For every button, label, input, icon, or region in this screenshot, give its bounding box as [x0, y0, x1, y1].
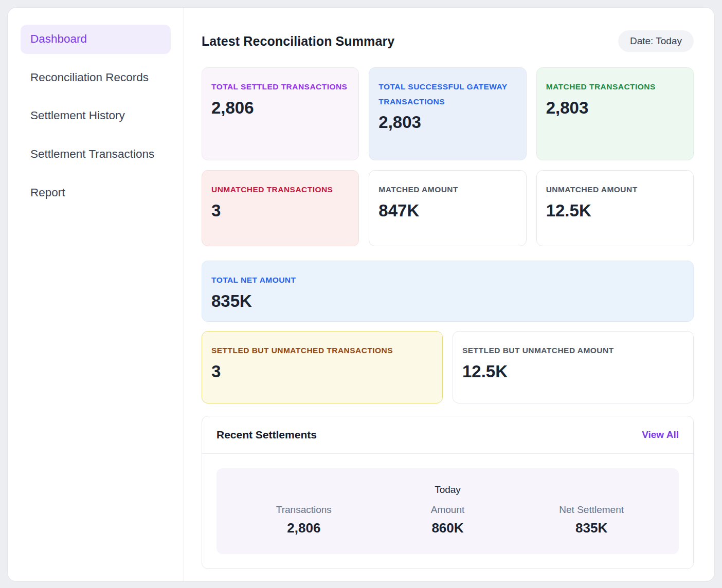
stat-card-matched-amount: MATCHED AMOUNT 847K: [369, 170, 526, 246]
settlement-col-label: Net Settlement: [519, 504, 663, 516]
stat-value: 835K: [211, 292, 684, 310]
settlement-col-value: 2,806: [232, 520, 376, 536]
stat-label: TOTAL SUCCESSFUL GATEWAY TRANSACTIONS: [378, 80, 516, 109]
settlement-col-label: Transactions: [232, 504, 376, 516]
settlement-col-value: 835K: [519, 520, 663, 536]
app-card: Dashboard Reconciliation Records Settlem…: [7, 7, 715, 582]
stat-label: UNMATCHED AMOUNT: [546, 182, 684, 197]
stat-value: 2,803: [546, 99, 684, 117]
settlement-col-value: 860K: [376, 520, 520, 536]
stat-card-total-successful-gateway-transactions: TOTAL SUCCESSFUL GATEWAY TRANSACTIONS 2,…: [369, 67, 526, 160]
stat-card-total-settled-transactions: TOTAL SETTLED TRANSACTIONS 2,806: [202, 67, 359, 160]
sidebar-item-settlement-history[interactable]: Settlement History: [21, 101, 171, 131]
settlement-summary-card: Today Transactions 2,806 Amount 860K: [216, 468, 679, 554]
stat-label: UNMATCHED TRANSACTIONS: [211, 182, 349, 197]
stat-label: MATCHED AMOUNT: [378, 182, 516, 197]
stats-row-2: UNMATCHED TRANSACTIONS 3 MATCHED AMOUNT …: [202, 170, 694, 246]
stat-value: 12.5K: [462, 362, 684, 381]
settlement-col-amount: Amount 860K: [376, 504, 520, 536]
stat-value: 3: [211, 362, 433, 381]
main-header: Latest Reconciliation Summary Date: Toda…: [202, 30, 694, 52]
stat-card-unmatched-amount: UNMATCHED AMOUNT 12.5K: [536, 170, 694, 246]
date-filter-badge[interactable]: Date: Today: [618, 30, 694, 52]
dashboard-page: Dashboard Reconciliation Records Settlem…: [0, 0, 722, 588]
stat-value: 3: [211, 201, 349, 220]
sidebar: Dashboard Reconciliation Records Settlem…: [8, 8, 184, 581]
page-title: Latest Reconciliation Summary: [202, 34, 394, 49]
sidebar-item-reconciliation-records[interactable]: Reconciliation Records: [21, 63, 171, 93]
settlement-col-net-settlement: Net Settlement 835K: [519, 504, 663, 536]
settlement-col-label: Amount: [376, 504, 520, 516]
stat-label: MATCHED TRANSACTIONS: [546, 80, 684, 95]
recent-settlements-section: Recent Settlements View All Today Transa…: [202, 416, 694, 569]
recent-settlements-title: Recent Settlements: [216, 429, 317, 441]
stat-card-settled-but-unmatched-transactions: SETTLED BUT UNMATCHED TRANSACTIONS 3: [202, 331, 443, 403]
stat-card-settled-but-unmatched-amount: SETTLED BUT UNMATCHED AMOUNT 12.5K: [453, 331, 694, 403]
recent-settlements-header: Recent Settlements View All: [202, 416, 693, 454]
stats-row-1: TOTAL SETTLED TRANSACTIONS 2,806 TOTAL S…: [202, 67, 694, 160]
sidebar-item-dashboard[interactable]: Dashboard: [21, 25, 171, 54]
stats-row-4: SETTLED BUT UNMATCHED TRANSACTIONS 3 SET…: [202, 331, 694, 403]
stat-value: 2,803: [378, 113, 516, 132]
stat-card-matched-transactions: MATCHED TRANSACTIONS 2,803: [536, 67, 694, 160]
sidebar-item-report[interactable]: Report: [21, 178, 171, 208]
stat-value: 2,806: [211, 99, 349, 117]
stat-card-total-net-amount: TOTAL NET AMOUNT 835K: [202, 261, 694, 322]
main-content: Latest Reconciliation Summary Date: Toda…: [184, 8, 714, 581]
stat-label: SETTLED BUT UNMATCHED TRANSACTIONS: [211, 343, 433, 358]
stat-value: 847K: [378, 201, 516, 220]
sidebar-item-settlement-transactions[interactable]: Settlement Transactions: [21, 140, 171, 169]
stat-label: SETTLED BUT UNMATCHED AMOUNT: [462, 343, 684, 358]
settlement-period-label: Today: [232, 484, 663, 495]
stat-value: 12.5K: [546, 201, 684, 220]
stat-label: TOTAL NET AMOUNT: [211, 273, 684, 288]
view-all-link[interactable]: View All: [642, 429, 679, 440]
stat-label: TOTAL SETTLED TRANSACTIONS: [211, 80, 349, 95]
settlement-col-transactions: Transactions 2,806: [232, 504, 376, 536]
settlement-columns: Transactions 2,806 Amount 860K Net Settl…: [232, 504, 663, 536]
recent-settlements-body: Today Transactions 2,806 Amount 860K: [202, 454, 693, 568]
stat-card-unmatched-transactions: UNMATCHED TRANSACTIONS 3: [202, 170, 359, 246]
